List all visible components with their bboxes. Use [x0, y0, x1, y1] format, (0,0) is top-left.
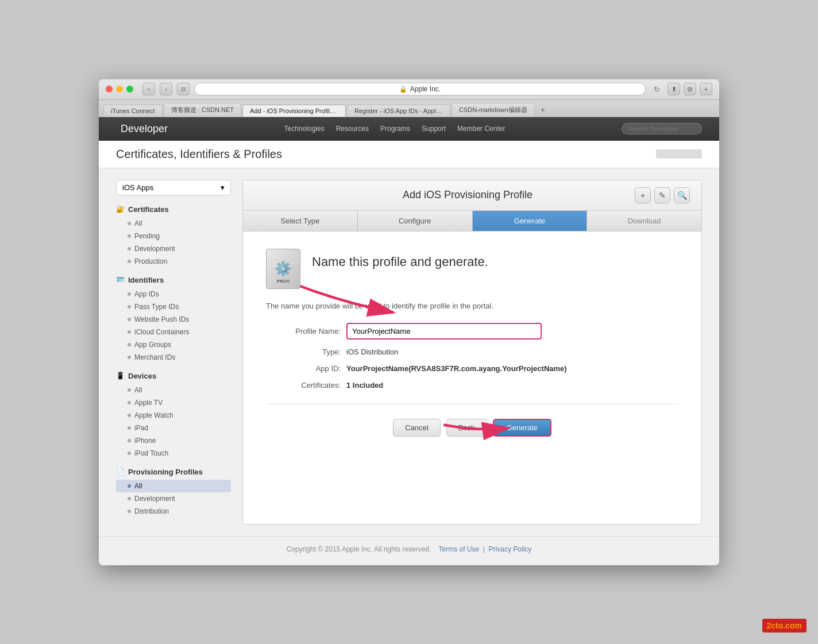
url-bar[interactable]: 🔒 Apple Inc. — [194, 83, 646, 95]
tabs-button[interactable]: ⧉ — [684, 83, 696, 95]
share-button[interactable]: ⬆ — [667, 83, 680, 95]
back-button[interactable]: ‹ — [142, 83, 155, 95]
sidebar-item-prov-distribution[interactable]: Distribution — [116, 505, 231, 518]
tab-provisioning[interactable]: Add - iOS Provisioning Profiles - Appl..… — [242, 105, 346, 117]
nav-resources[interactable]: Resources — [336, 125, 369, 133]
bullet-icon — [128, 510, 131, 513]
profile-name-input[interactable] — [346, 323, 542, 340]
reload-button[interactable]: ↻ — [650, 83, 663, 95]
device-icon: 📱 — [116, 372, 125, 380]
sidebar-item-certs-all[interactable]: All — [116, 217, 231, 230]
sidebar-item-website-push-ids[interactable]: Website Push IDs — [116, 313, 231, 326]
sidebar-item-ipod-touch[interactable]: iPod Touch — [116, 447, 231, 460]
profile-name-label: Profile Name: — [266, 327, 341, 336]
traffic-lights — [106, 86, 133, 92]
sidebar-item-app-ids[interactable]: App IDs — [116, 288, 231, 300]
content-header: Add iOS Provisioning Profile + ✎ 🔍 — [243, 180, 701, 211]
bullet-icon — [128, 318, 131, 321]
sidebar-item-app-groups[interactable]: App Groups — [116, 338, 231, 351]
bullet-icon — [128, 452, 131, 455]
sidebar-item-apple-watch[interactable]: Apple Watch — [116, 409, 231, 422]
sidebar-item-ipad[interactable]: iPad — [116, 422, 231, 434]
url-text: Apple Inc. — [410, 85, 441, 93]
tab-itunes[interactable]: iTunes Connect — [103, 105, 163, 117]
bullet-icon — [128, 497, 131, 500]
sidebar-section-provisioning: 📄 Provisioning Profiles All Development … — [116, 466, 231, 518]
bullet-icon — [128, 484, 131, 488]
bullet-icon — [128, 222, 131, 225]
page-content: Developer Technologies Resources Program… — [99, 117, 719, 565]
bullet-icon — [128, 292, 131, 296]
devices-header: 📱 Devices — [116, 371, 231, 381]
bullet-icon — [128, 414, 131, 417]
app-id-row: App ID: YourProjectName(RVSA8S3F7R.com.a… — [266, 364, 678, 373]
wizard-step-download[interactable]: Download — [587, 211, 701, 231]
sidebar-section-devices: 📱 Devices All Apple TV Apple Watch iPad … — [116, 371, 231, 460]
sidebar-item-devices-all[interactable]: All — [116, 384, 231, 396]
add-button[interactable]: + — [635, 187, 651, 203]
tab-csdn[interactable]: 博客频道 · CSDN.NET — [164, 103, 241, 117]
sidebar-item-apple-tv[interactable]: Apple TV — [116, 396, 231, 409]
tab-markdown[interactable]: CSDN-markdown编辑器 — [452, 103, 535, 117]
sidebar-item-prov-all[interactable]: All — [116, 480, 231, 492]
bullet-icon — [128, 401, 131, 404]
content-body: ⚙️ PROV Name this profile and generate. … — [243, 232, 701, 454]
bullet-icon — [128, 330, 131, 334]
new-tab-button[interactable]: + — [536, 103, 550, 117]
back-button[interactable]: Back — [446, 419, 487, 437]
nav-programs[interactable]: Programs — [380, 125, 410, 133]
search-button[interactable]: 🔍 — [674, 187, 690, 203]
bullet-icon — [128, 247, 131, 250]
provisioning-label: Provisioning Profiles — [128, 468, 203, 476]
tab-register[interactable]: Register - iOS App IDs - Apple Developer — [347, 105, 450, 117]
ios-apps-dropdown[interactable]: iOS Apps ▾ — [116, 180, 231, 195]
watermark: 2cto.com — [762, 619, 807, 633]
privacy-link[interactable]: Privacy Policy — [489, 545, 532, 553]
terms-link[interactable]: Terms of Use — [438, 545, 479, 553]
bullet-icon — [128, 343, 131, 346]
nav-member-center[interactable]: Member Center — [457, 125, 505, 133]
profile-name-row: Profile Name: — [266, 323, 678, 340]
search-input[interactable] — [622, 123, 702, 134]
close-button[interactable] — [106, 86, 113, 92]
watermark-text: 2cto — [767, 621, 784, 630]
sidebar-item-certs-production[interactable]: Production — [116, 255, 231, 268]
reader-icon[interactable]: ⊡ — [177, 83, 190, 95]
devices-label: Devices — [128, 372, 156, 380]
browser-window: ‹ › ⊡ 🔒 Apple Inc. ↻ ⬆ ⧉ + iTunes Connec… — [99, 79, 719, 565]
form-heading: Name this profile and generate. — [312, 249, 488, 269]
type-value: iOS Distribution — [346, 348, 398, 356]
sidebar-item-pass-type-ids[interactable]: Pass Type IDs — [116, 300, 231, 313]
cancel-button[interactable]: Cancel — [393, 419, 440, 437]
generate-button[interactable]: Generate — [493, 419, 551, 437]
page-title: Certificates, Identifiers & Profiles — [116, 148, 282, 161]
sidebar-item-icloud-containers[interactable]: iCloud Containers — [116, 326, 231, 338]
plus-button[interactable]: + — [700, 83, 712, 95]
wizard-step-generate[interactable]: Generate — [473, 211, 588, 231]
sidebar-item-certs-pending[interactable]: Pending — [116, 230, 231, 242]
certificates-value: 1 Included — [346, 381, 383, 390]
bullet-icon — [128, 305, 131, 308]
developer-header: Developer Technologies Resources Program… — [99, 117, 719, 141]
certificates-label: Certificates — [128, 205, 169, 214]
wizard-step-select-type[interactable]: Select Type — [243, 211, 358, 231]
content-actions: + ✎ 🔍 — [635, 187, 690, 203]
main-layout: iOS Apps ▾ 🔐 Certificates All Pending De… — [99, 168, 719, 536]
edit-button[interactable]: ✎ — [654, 187, 670, 203]
nav-support[interactable]: Support — [422, 125, 446, 133]
minimize-button[interactable] — [116, 86, 123, 92]
id-icon: 🪪 — [116, 276, 125, 284]
certificates-row: Certificates: 1 Included — [266, 381, 678, 390]
sidebar-item-prov-development[interactable]: Development — [116, 492, 231, 505]
fullscreen-button[interactable] — [126, 86, 133, 92]
sidebar-item-merchant-ids[interactable]: Merchant IDs — [116, 351, 231, 364]
wizard-step-configure[interactable]: Configure — [358, 211, 473, 231]
bullet-icon — [128, 388, 131, 392]
sidebar-item-iphone[interactable]: iPhone — [116, 434, 231, 447]
sidebar-item-certs-development[interactable]: Development — [116, 242, 231, 255]
certificates-header: 🔐 Certificates — [116, 204, 231, 215]
nav-technologies[interactable]: Technologies — [284, 125, 325, 133]
user-info — [656, 149, 702, 159]
sidebar-section-identifiers: 🪪 Identifiers App IDs Pass Type IDs Webs… — [116, 275, 231, 364]
forward-button[interactable]: › — [160, 83, 172, 95]
